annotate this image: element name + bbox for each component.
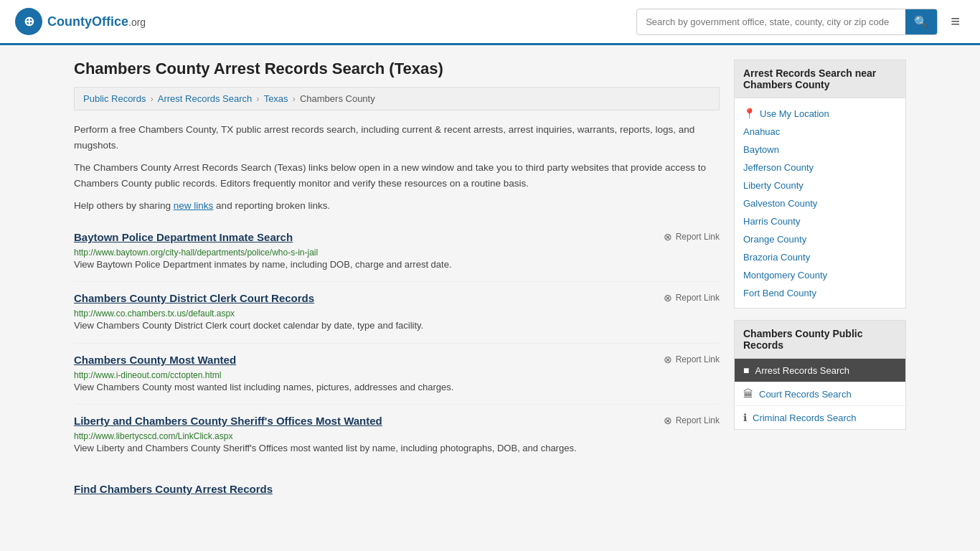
nearby-box: Arrest Records Search near Chambers Coun…	[734, 60, 906, 309]
search-input[interactable]	[637, 11, 905, 33]
report-link-2[interactable]: ⊗ Report Link	[664, 354, 720, 365]
breadcrumb-county: Chambers County	[300, 93, 375, 104]
record-title-0[interactable]: Baytown Police Department Inmate Search	[74, 231, 293, 243]
breadcrumb-arrest-records[interactable]: Arrest Records Search	[158, 93, 253, 104]
record-title-3[interactable]: Liberty and Chambers County Sheriff's Of…	[74, 415, 382, 427]
rec-icon-0: ■	[743, 364, 749, 376]
record-title-2[interactable]: Chambers County Most Wanted	[74, 354, 236, 366]
nearby-link-0[interactable]: Anahuac	[743, 123, 897, 141]
record-item: Chambers County District Clerk Court Rec…	[74, 282, 720, 344]
record-item: Chambers County Most Wanted ⊗ Report Lin…	[74, 344, 720, 405]
public-record-item-1[interactable]: 🏛Court Records Search	[735, 382, 905, 406]
report-link-0[interactable]: ⊗ Report Link	[664, 231, 720, 242]
nearby-content: 📍 Use My Location AnahuacBaytownJefferso…	[735, 98, 905, 308]
nearby-link-1[interactable]: Baytown	[743, 141, 897, 159]
description-para2: The Chambers County Arrest Records Searc…	[74, 160, 720, 191]
record-url-3[interactable]: http://www.libertycscd.com/LinkClick.asp…	[74, 431, 232, 441]
report-icon-1: ⊗	[664, 292, 672, 303]
svg-text:⊕: ⊕	[24, 14, 34, 29]
logo-area[interactable]: ⊕ CountyOffice.org	[14, 7, 146, 36]
find-section: Find Chambers County Arrest Records	[74, 466, 720, 505]
record-item: Baytown Police Department Inmate Search …	[74, 221, 720, 283]
nearby-link-9[interactable]: Fort Bend County	[743, 284, 897, 302]
description-para3: Help others by sharing new links and rep…	[74, 198, 720, 214]
public-record-item-0[interactable]: ■Arrest Records Search	[735, 359, 905, 382]
logo-icon: ⊕	[14, 7, 43, 36]
find-section-title: Find Chambers County Arrest Records	[74, 483, 720, 495]
sidebar: Arrest Records Search near Chambers Coun…	[734, 60, 906, 505]
logo-text: CountyOffice.org	[47, 14, 146, 29]
new-links-link[interactable]: new links	[174, 200, 214, 211]
nearby-links: AnahuacBaytownJefferson CountyLiberty Co…	[743, 123, 897, 302]
main-content: Chambers County Arrest Records Search (T…	[74, 60, 720, 505]
nearby-link-5[interactable]: Harris County	[743, 212, 897, 230]
record-url-2[interactable]: http://www.i-dineout.com/cctopten.html	[74, 370, 221, 380]
nearby-link-7[interactable]: Brazoria County	[743, 248, 897, 266]
search-bar: 🔍	[636, 9, 938, 35]
menu-button[interactable]: ≡	[945, 9, 966, 34]
record-desc-3: View Liberty and Chambers County Sheriff…	[74, 441, 720, 456]
nearby-link-6[interactable]: Orange County	[743, 230, 897, 248]
breadcrumb: Public Records › Arrest Records Search ›…	[74, 87, 720, 110]
report-icon-3: ⊗	[664, 415, 672, 426]
nearby-link-8[interactable]: Montgomery County	[743, 266, 897, 284]
public-records-list: ■Arrest Records Search🏛Court Records Sea…	[735, 359, 905, 429]
header-right: 🔍 ≡	[636, 9, 966, 35]
description-para1: Perform a free Chambers County, TX publi…	[74, 122, 720, 153]
public-record-item-2[interactable]: ℹCriminal Records Search	[735, 406, 905, 429]
records-list: Baytown Police Department Inmate Search …	[74, 221, 720, 466]
search-button[interactable]: 🔍	[905, 9, 937, 34]
location-icon: 📍	[743, 108, 755, 119]
report-icon-0: ⊗	[664, 231, 672, 242]
page-title: Chambers County Arrest Records Search (T…	[74, 60, 720, 78]
report-icon-2: ⊗	[664, 354, 672, 365]
record-desc-1: View Chambers County District Clerk cour…	[74, 319, 720, 333]
breadcrumb-texas[interactable]: Texas	[264, 93, 288, 104]
nearby-link-2[interactable]: Jefferson County	[743, 159, 897, 176]
use-my-location[interactable]: 📍 Use My Location	[743, 104, 897, 123]
report-link-1[interactable]: ⊗ Report Link	[664, 292, 720, 303]
public-records-box: Chambers County Public Records ■Arrest R…	[734, 320, 906, 430]
record-desc-2: View Chambers County most wanted list in…	[74, 380, 720, 395]
nearby-link-4[interactable]: Galveston County	[743, 194, 897, 212]
record-url-1[interactable]: http://www.co.chambers.tx.us/default.asp…	[74, 309, 235, 319]
rec-icon-2: ℹ	[743, 412, 747, 423]
record-item: Liberty and Chambers County Sheriff's Of…	[74, 405, 720, 466]
nearby-link-3[interactable]: Liberty County	[743, 176, 897, 194]
rec-icon-1: 🏛	[743, 388, 753, 400]
report-link-3[interactable]: ⊗ Report Link	[664, 415, 720, 426]
record-title-1[interactable]: Chambers County District Clerk Court Rec…	[74, 292, 314, 304]
nearby-title: Arrest Records Search near Chambers Coun…	[735, 60, 905, 98]
record-url-0[interactable]: http://www.baytown.org/city-hall/departm…	[74, 248, 318, 258]
public-records-title: Chambers County Public Records	[735, 321, 905, 359]
record-desc-0: View Baytown Police Department inmates b…	[74, 258, 720, 272]
breadcrumb-public-records[interactable]: Public Records	[83, 93, 146, 104]
